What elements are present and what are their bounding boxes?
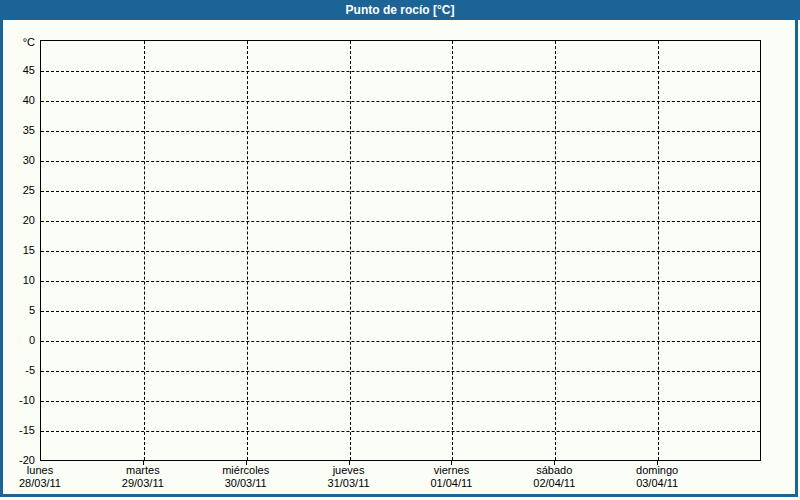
y-tick-label-10: 10 [0, 273, 35, 287]
x-gridline-miércoles [247, 41, 248, 460]
y-gridline-10 [41, 281, 760, 282]
y-axis-unit-label: °C [0, 35, 35, 49]
plot-area [40, 40, 761, 461]
y-gridline-20 [41, 221, 760, 222]
x-tick-label-jueves: jueves31/03/11 [294, 464, 404, 490]
y-gridline-30 [41, 161, 760, 162]
chart-window: Punto de rocío [°C] °C 45403530252015105… [0, 0, 800, 500]
y-gridline-15 [41, 251, 760, 252]
x-tick-label-miércoles: miércoles30/03/11 [191, 464, 301, 490]
x-tick-label-lunes: lunes28/03/11 [0, 464, 95, 490]
x-gridline-viernes [452, 41, 453, 460]
day-name: sábado [499, 464, 609, 477]
y-gridline--10 [41, 401, 760, 402]
chart-title: Punto de rocío [°C] [346, 3, 455, 17]
day-date: 29/03/11 [88, 477, 198, 490]
day-name: martes [88, 464, 198, 477]
y-tick-label--5: -5 [0, 363, 35, 377]
x-tick-label-sábado: sábado02/04/11 [499, 464, 609, 490]
day-date: 31/03/11 [294, 477, 404, 490]
day-date: 30/03/11 [191, 477, 301, 490]
day-date: 28/03/11 [0, 477, 95, 490]
day-date: 01/04/11 [396, 477, 506, 490]
day-date: 02/04/11 [499, 477, 609, 490]
x-tick-label-viernes: viernes01/04/11 [396, 464, 506, 490]
y-tick-label--10: -10 [0, 393, 35, 407]
y-gridline-45 [41, 71, 760, 72]
x-gridline-jueves [350, 41, 351, 460]
y-tick-label-5: 5 [0, 303, 35, 317]
y-tick-label-40: 40 [0, 93, 35, 107]
y-gridline-0 [41, 341, 760, 342]
x-gridline-domingo [658, 41, 659, 460]
y-tick-label-45: 45 [0, 63, 35, 77]
y-gridline-25 [41, 191, 760, 192]
day-name: lunes [0, 464, 95, 477]
day-name: miércoles [191, 464, 301, 477]
y-gridline-35 [41, 131, 760, 132]
y-tick-label-30: 30 [0, 153, 35, 167]
y-tick-label-0: 0 [0, 333, 35, 347]
y-tick-label-35: 35 [0, 123, 35, 137]
day-date: 03/04/11 [602, 477, 712, 490]
y-gridline--5 [41, 371, 760, 372]
y-gridline--15 [41, 431, 760, 432]
x-gridline-martes [144, 41, 145, 460]
day-name: domingo [602, 464, 712, 477]
day-name: viernes [396, 464, 506, 477]
y-tick-label-20: 20 [0, 213, 35, 227]
title-bar: Punto de rocío [°C] [0, 0, 800, 20]
x-tick-label-domingo: domingo03/04/11 [602, 464, 712, 490]
y-gridline-40 [41, 101, 760, 102]
y-tick-label-15: 15 [0, 243, 35, 257]
x-gridline-sábado [555, 41, 556, 460]
x-tick-label-martes: martes29/03/11 [88, 464, 198, 490]
day-name: jueves [294, 464, 404, 477]
y-tick-label-25: 25 [0, 183, 35, 197]
y-gridline-5 [41, 311, 760, 312]
y-tick-label--15: -15 [0, 423, 35, 437]
